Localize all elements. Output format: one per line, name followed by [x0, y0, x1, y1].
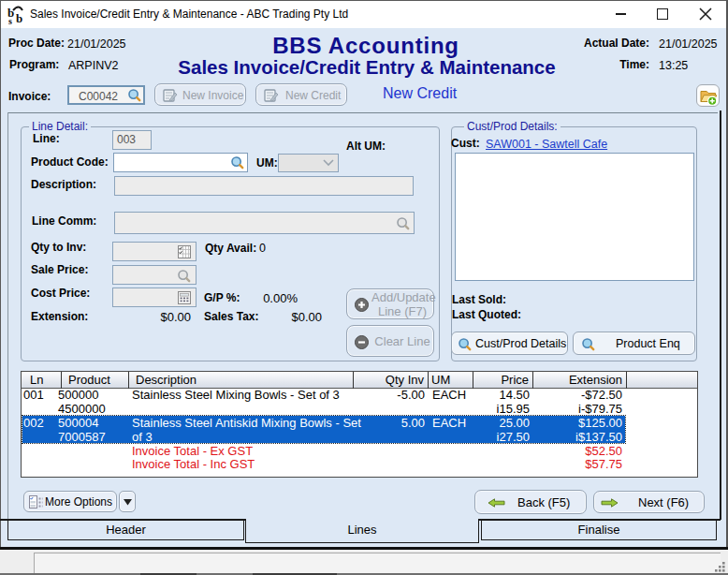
svg-text:b: b — [16, 11, 22, 24]
svg-text:s: s — [8, 16, 12, 24]
